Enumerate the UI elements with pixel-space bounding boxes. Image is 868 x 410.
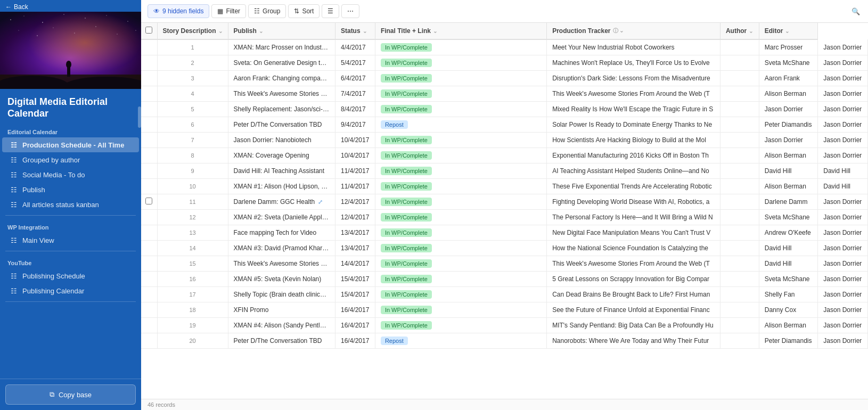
grid-icon: ☷ — [10, 141, 18, 149]
row-checkbox-cell[interactable] — [141, 179, 157, 194]
row-checkbox-cell[interactable] — [141, 225, 157, 241]
row-checkbox-cell[interactable] — [141, 287, 157, 302]
status-badge-8: In WP/Complete — [381, 151, 432, 160]
sidebar-item-label-publishing-calendar: Publishing Calendar — [22, 287, 84, 295]
sidebar-item-all-articles[interactable]: ☷All articles status kanban — [2, 197, 139, 212]
row-publish-16: 15/4/2017 — [335, 272, 375, 287]
sidebar-item-grouped-by-author[interactable]: ☷Grouped by author — [2, 152, 139, 167]
row-checkbox-cell[interactable] — [141, 256, 157, 272]
col-header-editor[interactable]: Editor⌄ — [759, 23, 818, 39]
row-final-title-17: Can Dead Brains Be Brought Back to Life?… — [547, 287, 720, 302]
table-container[interactable]: Story Description⌄ Publish⌄ Status⌄ Fina… — [141, 23, 868, 399]
row-status-19: In WP/Complete — [375, 318, 546, 333]
row-production-17 — [720, 287, 759, 302]
data-table: Story Description⌄ Publish⌄ Status⌄ Fina… — [141, 23, 868, 349]
table-body: 1XMAN: Marc Prosser on Industrial Rob...… — [141, 39, 868, 349]
footer-bar: 46 records — [141, 399, 868, 410]
row-status-17: In WP/Complete — [375, 287, 546, 302]
row-checkbox-cell[interactable] — [141, 318, 157, 333]
row-checkbox-cell[interactable] — [141, 302, 157, 318]
sidebar-item-main-view[interactable]: ☷Main View — [2, 233, 139, 248]
col-header-publish[interactable]: Publish⌄ — [228, 23, 335, 39]
sort-button[interactable]: ⇅ Sort — [288, 4, 320, 18]
search-icon[interactable]: 🔍 — [850, 5, 862, 17]
row-checkbox-cell[interactable] — [141, 163, 157, 179]
select-all-checkbox[interactable] — [145, 27, 152, 34]
row-final-title-18: See the Future of Finance Unfold at Expo… — [547, 302, 720, 318]
row-final-title-12: The Personal Factory Is Here—and It Will… — [547, 210, 720, 225]
status-badge-10: In WP/Complete — [381, 182, 432, 191]
sidebar-item-social-media[interactable]: ☷Social Media - To do — [2, 167, 139, 182]
col-header-author[interactable]: Author⌄ — [720, 23, 759, 39]
row-checkbox-cell[interactable] — [141, 102, 157, 117]
more-options-button[interactable]: ⋯ — [341, 4, 359, 18]
row-status-14: In WP/Complete — [375, 241, 546, 256]
row-checkbox-cell[interactable] — [141, 272, 157, 287]
status-badge-15: In WP/Complete — [381, 259, 432, 268]
row-editor-18: Jason Dorrier — [818, 302, 868, 318]
col-header-production[interactable]: Production Trackerⓘ ⌄ — [547, 23, 720, 39]
eye-icon: 👁 — [153, 7, 160, 15]
row-number-18: 18 — [157, 302, 228, 318]
checkbox-header[interactable] — [141, 23, 157, 39]
copy-base-label: Copy base — [59, 391, 92, 399]
row-editor-11: Jason Dorrier — [818, 194, 868, 210]
row-story-18: XFIN Promo — [228, 302, 335, 318]
row-number-5: 5 — [157, 102, 228, 117]
sidebar-item-publishing-calendar[interactable]: ☷Publishing Calendar — [2, 283, 139, 298]
row-publish-6: 9/4/2017 — [335, 117, 375, 133]
copy-icon: ⧉ — [50, 390, 54, 399]
grid-icon: ☷ — [10, 170, 18, 179]
status-badge-1: In WP/Complete — [381, 43, 432, 52]
row-checkbox-cell[interactable] — [141, 71, 157, 86]
row-checkbox-cell[interactable] — [141, 210, 157, 225]
row-checkbox-cell[interactable] — [141, 133, 157, 148]
row-checkbox-cell[interactable] — [141, 148, 157, 163]
row-production-9 — [720, 163, 759, 179]
col-header-story[interactable]: Story Description⌄ — [157, 23, 228, 39]
row-story-10: XMAN #1: Alison (Hod Lipson, robotics) — [228, 179, 335, 194]
row-checkbox-cell[interactable] — [141, 86, 157, 102]
row-checkbox-cell[interactable] — [141, 333, 157, 349]
table-row: 7Jason Dorrier: Nanobiotech10/4/2017In W… — [141, 133, 868, 148]
row-publish-15: 14/4/2017 — [335, 256, 375, 272]
row-checkbox-cell[interactable] — [141, 194, 157, 210]
row-author-17: Shelly Fan — [759, 287, 818, 302]
row-production-18 — [720, 302, 759, 318]
copy-base-button[interactable]: ⧉ Copy base — [5, 384, 136, 405]
svg-point-6 — [85, 18, 85, 18]
sidebar-item-publishing-schedule[interactable]: ☷Publishing Schedule — [2, 268, 139, 283]
row-checkbox-11[interactable] — [145, 198, 152, 204]
row-production-11 — [720, 194, 759, 210]
sidebar-item-label-all-articles: All articles status kanban — [22, 201, 99, 209]
row-checkbox-cell[interactable] — [141, 241, 157, 256]
row-final-title-9: AI Teaching Assistant Helped Students On… — [547, 163, 720, 179]
row-height-icon: ☰ — [327, 7, 333, 15]
row-story-11: Darlene Damm: GGC Health ⤢ — [228, 194, 335, 210]
sidebar-item-publish[interactable]: ☷Publish — [2, 182, 139, 197]
row-status-18: In WP/Complete — [375, 302, 546, 318]
row-author-19: Alison Berman — [759, 318, 818, 333]
hidden-fields-button[interactable]: 👁 9 hidden fields — [148, 4, 209, 18]
row-number-19: 19 — [157, 318, 228, 333]
row-story-20: Peter D/The Conversation TBD — [228, 333, 335, 349]
row-checkbox-cell[interactable] — [141, 117, 157, 133]
expand-icon[interactable]: ⤢ — [318, 199, 323, 205]
back-button[interactable]: ← Back — [0, 0, 141, 12]
row-editor-17: Jason Dorrier — [818, 287, 868, 302]
row-height-button[interactable]: ☰ — [322, 4, 339, 18]
sidebar-item-label-main-view: Main View — [22, 236, 54, 244]
sidebar-section-label: YouTube — [0, 255, 141, 268]
group-button[interactable]: ☷ Group — [248, 4, 286, 18]
row-status-15: In WP/Complete — [375, 256, 546, 272]
filter-button[interactable]: ▦ Filter — [211, 4, 246, 18]
col-header-status[interactable]: Status⌄ — [335, 23, 375, 39]
sidebar-item-production-schedule[interactable]: ☷Production Schedule - All Time — [2, 137, 139, 152]
row-checkbox-cell[interactable] — [141, 55, 157, 71]
row-author-12: Sveta McShane — [759, 210, 818, 225]
status-badge-11: In WP/Complete — [381, 198, 432, 206]
col-header-final-title[interactable]: Final Title + Link⌄ — [375, 23, 546, 39]
sidebar-sections: Editorial Calendar☷Production Schedule -… — [0, 124, 141, 305]
row-checkbox-cell[interactable] — [141, 39, 157, 55]
row-number-15: 15 — [157, 256, 228, 272]
